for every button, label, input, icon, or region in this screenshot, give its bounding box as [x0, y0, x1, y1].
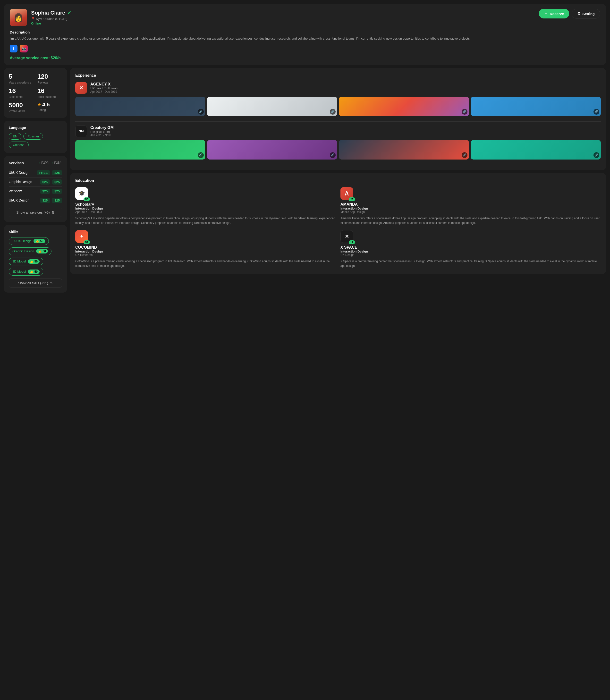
instagram-icon[interactable]: 📷 — [20, 45, 28, 52]
location-pin-icon: 📍 — [31, 17, 35, 21]
edu-amanda: A 25 AMANDA Interaction Design Mobile Ap… — [340, 187, 601, 225]
stat-book-succeed: 16 Book succeed — [37, 87, 62, 99]
job-entry-agencyx: ✕ AGENCY X UX Lead (Full time) Apr 2017 … — [75, 82, 601, 116]
cost-value: $20/h — [51, 56, 61, 60]
avatar-image: 👩 — [10, 9, 27, 26]
job-images-agencyx: 🔗 🔗 🔗 🔗 — [75, 97, 601, 116]
skills-title: Skills — [9, 230, 62, 234]
lang-chinese[interactable]: Chinese — [9, 142, 29, 148]
price-free: FREE — [37, 170, 50, 175]
amanda-desc: Amanda University offers a specialized M… — [340, 216, 601, 225]
job-info: AGENCY X UX Lead (Full time) Apr 2017 · … — [90, 82, 117, 94]
amanda-info: AMANDA Interaction Design Mobile App Des… — [340, 202, 601, 214]
service-prices: $25 $25 — [40, 189, 62, 194]
job-images-creatory: 🔗 🔗 🔗 🔗 — [75, 140, 601, 160]
link-button[interactable]: 🔗 — [593, 109, 599, 115]
show-all-services-button[interactable]: Show all services (+5) ⇅ — [9, 208, 62, 217]
thumb-icon: 👍 — [30, 270, 33, 273]
skill-count: 50 — [43, 249, 46, 253]
show-all-skills-button[interactable]: Show all skills (+11) ⇅ — [9, 278, 62, 288]
main-layout: 5 Years experience 120 Reviews 16 Book t… — [4, 68, 606, 293]
swap-icon: ⇅ — [52, 211, 55, 214]
skills-card: Skills UI/UX Design 👍 50 Graphic Design … — [4, 225, 67, 293]
verified-icon: ✔ — [67, 10, 71, 16]
link-button[interactable]: 🔗 — [462, 152, 467, 158]
avg-cost-label: Average service cost: — [10, 56, 50, 60]
social-icons: f 📷 — [10, 45, 600, 52]
agency-logo: ✕ — [75, 82, 87, 94]
link-button[interactable]: 🔗 — [198, 152, 204, 158]
language-title: Language — [9, 126, 62, 130]
price-p2p: $25 — [40, 179, 50, 184]
ig-symbol: 📷 — [22, 47, 26, 50]
skill-name: Graphic Design — [12, 249, 34, 253]
link-button[interactable]: 🔗 — [330, 109, 336, 115]
lang-en[interactable]: EN — [9, 133, 21, 140]
avatar: 👩 — [10, 9, 27, 26]
job-image-7: 🔗 — [339, 140, 469, 160]
edu-xspace: ✕ 12 X SPACE Interaction Design UX Desig… — [340, 230, 601, 268]
service-row: Graphic Design $25 $25 — [9, 178, 62, 187]
price-p2b: $25 — [52, 198, 62, 203]
stat-profile-views-value: 5000 — [9, 101, 33, 109]
location: 📍 Kyiv, Ukraine (UTC+2) — [31, 17, 71, 21]
job-header: ✕ AGENCY X UX Lead (Full time) Apr 2017 … — [75, 82, 601, 94]
link-button[interactable]: 🔗 — [198, 109, 204, 115]
language-card: Language EN Russian Chinese — [4, 121, 67, 153]
edu-logo-wrap: ✦ 54 — [75, 230, 88, 243]
job-image-4: 🔗 — [471, 97, 601, 116]
amanda-sub: Mobile App Design — [340, 210, 601, 214]
skill-graphic[interactable]: Graphic Design 👍 50 — [9, 247, 51, 255]
skill-badge: 👍 50 — [28, 259, 39, 264]
service-name: Webflow — [9, 189, 21, 193]
facebook-icon[interactable]: f — [10, 45, 17, 52]
creatory-logo-symbol: GM — [79, 129, 84, 133]
job-period: Apr 2017 · Dec 2019 — [90, 90, 117, 94]
service-prices: FREE $25 — [37, 170, 62, 175]
reserve-button[interactable]: ＋ Reserve — [539, 9, 569, 18]
skill-name: 3D Model — [12, 260, 26, 263]
link-button[interactable]: 🔗 — [593, 152, 599, 158]
setting-label: Setting — [582, 12, 595, 16]
services-card: Services ○ P2P/h ○ P2B/h UI/UX Design FR… — [4, 156, 67, 222]
edu-cocomind: ✦ 54 COCOMIND Interaction Design UX Rese… — [75, 230, 336, 268]
company-name: AGENCY X — [90, 82, 117, 86]
lang-russian[interactable]: Russian — [23, 133, 43, 140]
cocomind-name: COCOMIND — [75, 245, 336, 249]
link-button[interactable]: 🔗 — [462, 109, 467, 115]
stats-card: 5 Years experience 120 Reviews 16 Book t… — [4, 68, 67, 118]
show-all-skills-label: Show all skills (+11) — [18, 281, 48, 285]
service-row: UI/UX Design $25 $25 — [9, 196, 62, 205]
schoolary-period: Apr 2017 · Dec 2023 — [75, 210, 336, 214]
job-image-3: 🔗 — [339, 97, 469, 116]
services-title: Services — [9, 161, 24, 165]
schoolary-info: Schoolary Interaction Design Apr 2017 · … — [75, 202, 336, 214]
profile-card: 👩 Sophia Claire ✔ 📍 Kyiv, Ukraine (UTC+2… — [4, 4, 606, 65]
description-title: Description — [10, 30, 600, 34]
stat-profile-views: 5000 Profile views — [9, 101, 33, 113]
fb-symbol: f — [13, 47, 14, 50]
p2b-label: P2B/h — [54, 161, 62, 164]
right-column: Experience ✕ AGENCY X UX Lead (Full time… — [70, 68, 606, 293]
thumb-icon: 👍 — [38, 249, 42, 253]
skill-uiux[interactable]: UI/UX Design 👍 50 — [9, 237, 49, 245]
link-button[interactable]: 🔗 — [330, 152, 336, 158]
skill-3dmodel-1[interactable]: 3D Model 👍 50 — [9, 258, 43, 265]
cocomind-field: Interaction Design — [75, 249, 336, 253]
job-image-5: 🔗 — [75, 140, 205, 160]
amanda-count: 25 — [349, 197, 355, 201]
skill-count: 50 — [34, 270, 38, 273]
job-entry-creatory: GM Creatory GM PM (Full time) Jan 2020 ·… — [75, 126, 601, 160]
stat-book-times-label: Book times — [9, 95, 33, 99]
skill-count: 50 — [40, 240, 43, 243]
services-list: UI/UX Design FREE $25 Graphic Design $25… — [9, 168, 62, 205]
show-all-services-label: Show all services (+5) — [16, 211, 50, 214]
price-p2b: $25 — [52, 189, 62, 194]
gear-icon: ⚙ — [577, 12, 580, 16]
skill-3dmodel-2[interactable]: 3D Model 👍 50 — [9, 268, 43, 276]
plus-icon: ＋ — [544, 12, 548, 16]
setting-button[interactable]: ⚙ Setting — [572, 9, 600, 18]
price-p2p: $25 — [40, 189, 50, 194]
profile-header: 👩 Sophia Claire ✔ 📍 Kyiv, Ukraine (UTC+2… — [10, 9, 600, 26]
language-tags: EN Russian Chinese — [9, 133, 62, 148]
